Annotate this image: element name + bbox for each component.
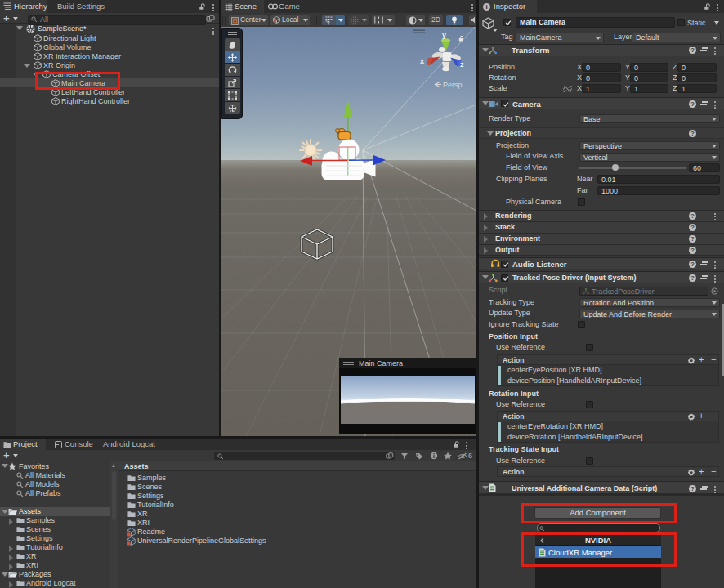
svg-text:y: y [442, 31, 446, 39]
svg-text:x: x [420, 57, 424, 65]
svg-text:z: z [460, 60, 464, 69]
svg-text:Persp: Persp [443, 81, 463, 89]
